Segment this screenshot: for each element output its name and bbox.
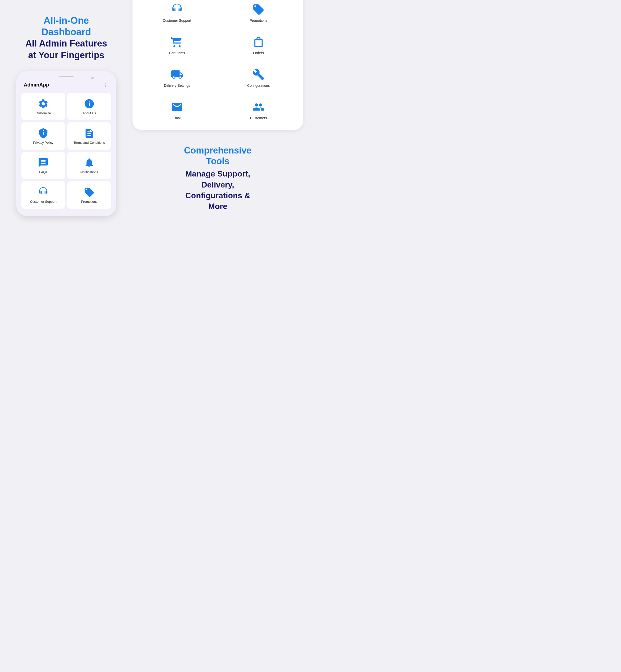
right-label-promotions: Promotions xyxy=(250,18,267,23)
headline-blue: All-in-OneDashboard xyxy=(26,15,107,38)
headline-dark: All Admin Featuresat Your Fingertips xyxy=(26,38,107,61)
info-circle-icon xyxy=(84,98,95,109)
right-label-configurations: Configurations xyxy=(247,83,270,88)
right-grid-item-email[interactable]: Email xyxy=(137,95,216,125)
grid-label-faqs: FAQs xyxy=(39,170,47,174)
right-email-icon xyxy=(171,101,183,113)
grid-item-customer-support[interactable]: Customer Support xyxy=(21,181,65,209)
right-cart-icon xyxy=(171,36,183,48)
phone-notch xyxy=(20,76,112,77)
app-bar-menu[interactable]: ⋮ xyxy=(103,82,109,88)
right-label-customer-support: Customer Support xyxy=(163,18,191,23)
app-bar: AdminApp ⋮ xyxy=(20,80,112,90)
grid-item-customize[interactable]: Customize xyxy=(21,93,65,120)
grid-item-privacy-policy[interactable]: Privacy Policy xyxy=(21,122,65,150)
document-lines-icon xyxy=(84,128,95,139)
right-truck-icon xyxy=(171,68,183,81)
right-grid-item-configurations[interactable]: Configurations xyxy=(219,62,298,92)
right-label-email: Email xyxy=(172,116,181,120)
bell-icon xyxy=(84,157,95,168)
right-grid-item-customer-support[interactable]: Customer Support xyxy=(137,0,216,28)
grid-label-terms: Terms and Conditions xyxy=(74,141,105,145)
right-grid-item-cart[interactable]: Cart Items xyxy=(137,30,216,60)
bottom-dark-subtitle: Manage Support,Delivery,Configurations &… xyxy=(137,168,298,212)
right-grid-item-promotions[interactable]: Promotions xyxy=(219,0,298,28)
left-panel: All-in-OneDashboard All Admin Featuresat… xyxy=(0,0,130,336)
tag-icon xyxy=(84,187,95,198)
chat-icon xyxy=(38,157,49,168)
shield-info-icon xyxy=(38,128,49,139)
grid-label-notifications: Notifications xyxy=(81,170,98,174)
right-headset-icon xyxy=(171,3,183,16)
right-label-customers: Customers xyxy=(250,116,267,120)
right-grid: Customer Support Promotions Cart I xyxy=(136,0,299,125)
phone-mockup-right: Customer Support Promotions Cart I xyxy=(132,0,303,130)
grid-item-about-us[interactable]: About Us xyxy=(67,93,111,120)
right-label-cart: Cart Items xyxy=(169,51,185,55)
left-grid: Customize About Us Privacy Policy xyxy=(20,93,112,209)
gear-icon xyxy=(38,98,49,109)
right-customers-icon xyxy=(252,101,265,113)
right-label-delivery: Delivery Settings xyxy=(164,83,190,88)
bottom-text-section: ComprehensiveTools Manage Support,Delive… xyxy=(132,137,303,212)
headset-icon xyxy=(38,187,49,198)
phone-mockup-left: AdminApp ⋮ Customize Abo xyxy=(16,71,116,216)
right-grid-item-delivery[interactable]: Delivery Settings xyxy=(137,62,216,92)
grid-label-promotions: Promotions xyxy=(81,200,97,204)
grid-label-about-us: About Us xyxy=(83,111,96,116)
right-grid-item-orders[interactable]: Orders xyxy=(219,30,298,60)
app-bar-title: AdminApp xyxy=(24,82,49,88)
grid-label-privacy-policy: Privacy Policy xyxy=(33,141,53,145)
phone-camera xyxy=(91,77,94,79)
right-tag-icon xyxy=(252,3,265,16)
right-label-orders: Orders xyxy=(253,51,264,55)
right-grid-item-customers[interactable]: Customers xyxy=(219,95,298,125)
headline: All-in-OneDashboard All Admin Featuresat… xyxy=(26,15,107,61)
grid-item-notifications[interactable]: Notifications xyxy=(67,152,111,179)
grid-item-faqs[interactable]: FAQs xyxy=(21,152,65,179)
right-bag-icon xyxy=(252,36,265,48)
grid-label-customer-support: Customer Support xyxy=(30,200,56,204)
bottom-blue-title: ComprehensiveTools xyxy=(137,145,298,167)
grid-item-terms[interactable]: Terms and Conditions xyxy=(67,122,111,150)
grid-label-customize: Customize xyxy=(36,111,51,116)
grid-item-promotions[interactable]: Promotions xyxy=(67,181,111,209)
right-wrench-icon xyxy=(252,68,265,81)
right-panel: Customer Support Promotions Cart I xyxy=(130,0,310,336)
